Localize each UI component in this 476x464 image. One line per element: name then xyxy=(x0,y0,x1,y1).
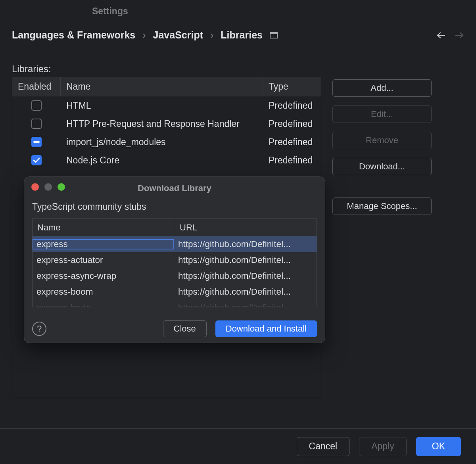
minimize-window-icon[interactable] xyxy=(44,183,52,191)
breadcrumb: Languages & Frameworks › JavaScript › Li… xyxy=(12,29,464,41)
chevron-right-icon: › xyxy=(210,29,213,41)
dialog-titlebar: Download Library xyxy=(24,177,325,194)
checkbox-empty-icon[interactable] xyxy=(31,100,42,111)
stubs-table: Name URL express https://github.com/Defi… xyxy=(32,219,317,307)
col-name[interactable]: Name xyxy=(33,219,174,236)
svg-rect-1 xyxy=(270,33,277,34)
apply-button[interactable]: Apply xyxy=(359,437,407,456)
table-row[interactable]: express https://github.com/Definitel... xyxy=(33,236,317,252)
add-button[interactable]: Add... xyxy=(332,79,432,97)
checkbox-checked-icon[interactable] xyxy=(31,155,42,165)
close-window-icon[interactable] xyxy=(31,183,39,191)
dialog-subtitle: TypeScript community stubs xyxy=(24,194,325,212)
lib-name: HTTP Pre-Request and Response Handler xyxy=(61,119,263,129)
table-row[interactable]: express-boom https://github.com/Definite… xyxy=(33,284,317,300)
svg-rect-2 xyxy=(33,141,40,143)
dialog-title: Download Library xyxy=(24,178,325,194)
stub-url: https://github.com/Definitel... xyxy=(174,303,317,307)
expand-icon[interactable] xyxy=(270,29,278,41)
lib-type: Predefined xyxy=(263,137,322,148)
col-url[interactable]: URL xyxy=(174,219,317,236)
table-row[interactable]: Node.js Core Predefined xyxy=(12,151,321,169)
bottom-bar: Cancel Apply OK xyxy=(0,428,476,464)
table-row[interactable]: import_js/node_modules Predefined xyxy=(12,133,321,151)
stub-name: express-async-wrap xyxy=(33,271,174,281)
breadcrumb-item[interactable]: Libraries xyxy=(221,29,263,41)
stub-url: https://github.com/Definitel... xyxy=(174,287,317,297)
maximize-window-icon[interactable] xyxy=(58,183,65,191)
breadcrumb-item[interactable]: JavaScript xyxy=(153,29,203,41)
forward-arrow-icon[interactable] xyxy=(455,31,464,40)
close-button[interactable]: Close xyxy=(163,320,207,337)
table-row[interactable]: HTML Predefined xyxy=(12,96,321,115)
remove-button[interactable]: Remove xyxy=(332,132,432,149)
download-library-dialog: Download Library TypeScript community st… xyxy=(24,176,325,343)
libraries-label: Libraries: xyxy=(12,63,51,75)
lib-type: Predefined xyxy=(263,119,322,129)
col-name[interactable]: Name xyxy=(61,77,263,96)
table-row[interactable]: HTTP Pre-Request and Response Handler Pr… xyxy=(12,115,321,133)
checkbox-empty-icon[interactable] xyxy=(31,119,42,129)
lib-type: Predefined xyxy=(263,100,322,111)
ok-button[interactable]: OK xyxy=(416,437,461,456)
back-arrow-icon[interactable] xyxy=(436,31,445,40)
lib-name: HTML xyxy=(61,100,263,111)
breadcrumb-item[interactable]: Languages & Frameworks xyxy=(12,29,135,41)
col-type[interactable]: Type xyxy=(263,77,322,96)
stub-url: https://github.com/Definitel... xyxy=(174,255,317,265)
table-row[interactable]: express-brute https://github.com/Definit… xyxy=(33,300,317,307)
edit-button[interactable]: Edit... xyxy=(332,105,432,123)
stub-url: https://github.com/Definitel... xyxy=(174,239,317,249)
settings-title: Settings xyxy=(92,6,128,17)
stub-url: https://github.com/Definitel... xyxy=(174,271,317,281)
manage-scopes-button[interactable]: Manage Scopes... xyxy=(332,197,432,215)
col-enabled[interactable]: Enabled xyxy=(12,77,61,96)
download-and-install-button[interactable]: Download and Install xyxy=(215,320,317,337)
table-row[interactable]: express-async-wrap https://github.com/De… xyxy=(33,268,317,284)
help-icon[interactable]: ? xyxy=(32,322,46,336)
stub-name: express-boom xyxy=(33,287,174,297)
library-actions: Add... Edit... Remove Download... Manage… xyxy=(332,79,432,215)
cancel-button[interactable]: Cancel xyxy=(297,437,350,456)
table-row[interactable]: express-actuator https://github.com/Defi… xyxy=(33,252,317,268)
checkbox-indeterminate-icon[interactable] xyxy=(31,137,42,147)
stubs-table-header: Name URL xyxy=(33,219,317,236)
stub-name[interactable]: express xyxy=(33,239,174,249)
libraries-table-header: Enabled Name Type xyxy=(12,77,321,96)
lib-name: Node.js Core xyxy=(61,155,263,166)
stub-name: express-brute xyxy=(33,303,174,307)
lib-name: import_js/node_modules xyxy=(61,137,263,148)
stub-name: express-actuator xyxy=(33,255,174,265)
download-button[interactable]: Download... xyxy=(332,158,432,175)
chevron-right-icon: › xyxy=(142,29,146,41)
lib-type: Predefined xyxy=(263,155,322,166)
